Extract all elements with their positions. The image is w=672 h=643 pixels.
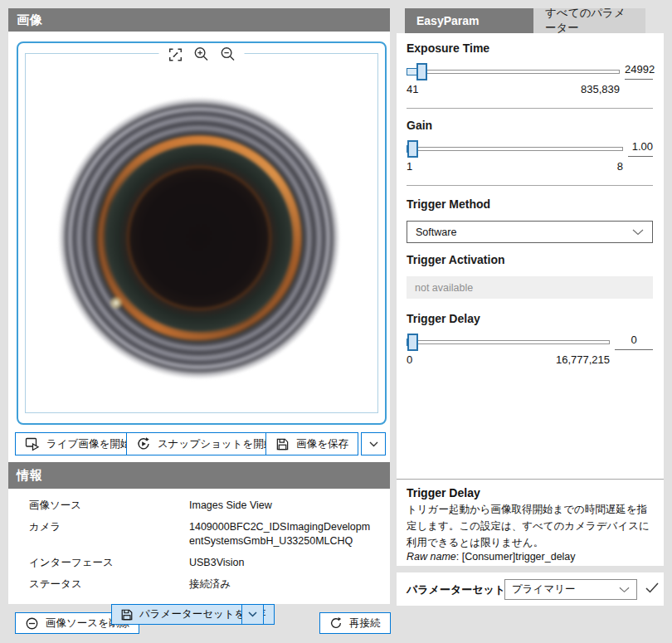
info-value: 1409000BFC2C_IDSImagingDevelopmentSystem… xyxy=(189,520,390,548)
parameter-set-row: パラメーターセット プライマリー xyxy=(397,572,664,606)
info-label: ステータス xyxy=(8,577,189,592)
chevron-down-icon xyxy=(369,441,378,447)
info-row-status: ステータス 接続済み xyxy=(8,577,390,592)
exposure-time-value-field[interactable]: 24992 xyxy=(625,63,653,80)
image-panel: 画像 xyxy=(8,8,390,596)
remove-circle-icon xyxy=(25,616,39,631)
tab-easyparam-label: EasyParam xyxy=(416,14,480,27)
zoom-in-icon[interactable] xyxy=(194,46,210,62)
trigger-activation-field: not available xyxy=(407,276,653,299)
info-value: Images Side View xyxy=(189,499,390,513)
trigger-delay-range: 0 16,777,215 xyxy=(407,353,610,366)
fit-to-view-icon[interactable] xyxy=(168,46,183,62)
slider-track[interactable] xyxy=(407,340,610,344)
parameter-tabs: EasyParam すべてのパラメーター xyxy=(397,8,664,33)
start-live-image-label: ライブ画像を開始 xyxy=(46,437,130,451)
description-raw-name: Raw name: [Consumer]trigger_delay xyxy=(407,551,654,563)
info-panel-title: 情報 xyxy=(17,468,43,484)
trigger-method-selected: Software xyxy=(416,227,456,238)
gain-range: 1 8 xyxy=(407,160,623,173)
start-snapshot-label: スナップショットを開始 xyxy=(158,437,274,451)
app-window: 画像 xyxy=(0,0,672,643)
trigger-delay-label: Trigger Delay xyxy=(407,312,653,325)
slider-track[interactable] xyxy=(407,70,620,74)
image-panel-header: 画像 xyxy=(8,8,390,32)
gain-label: Gain xyxy=(407,119,653,132)
raw-name-value: : [Consumer]trigger_delay xyxy=(456,551,576,563)
easyparam-body: Exposure Time 41 835,839 24992 G xyxy=(397,33,664,566)
save-image-button[interactable]: 画像を保存 xyxy=(265,432,358,455)
info-panel-header: 情報 xyxy=(8,462,390,489)
tab-easyparam[interactable]: EasyParam xyxy=(405,8,533,33)
description-text: トリガー起動から画像取得開始までの時間遅延を指定します。この設定は、すべてのカメ… xyxy=(407,502,654,551)
live-image-icon xyxy=(25,436,40,451)
chevron-down-icon xyxy=(619,587,630,593)
section-divider xyxy=(407,108,653,109)
reconnect-label: 再接続 xyxy=(349,616,381,631)
info-label: インターフェース xyxy=(8,556,189,570)
status-value: 接続済み xyxy=(189,577,390,592)
info-row-interface: インターフェース USB3Vision xyxy=(8,556,390,570)
start-snapshot-button[interactable]: スナップショットを開始 xyxy=(126,432,284,455)
image-panel-body: ライブ画像を開始 スナップショットを開始 xyxy=(8,32,390,462)
save-icon xyxy=(275,437,290,451)
trigger-delay-value-field[interactable]: 0 xyxy=(615,334,653,350)
slider-thumb[interactable] xyxy=(407,140,418,158)
chevron-down-icon xyxy=(632,229,644,236)
exposure-time-range: 41 835,839 xyxy=(407,83,620,95)
range-min: 1 xyxy=(407,160,412,173)
camera-image-bottle-top-view xyxy=(58,97,340,379)
apply-check-icon[interactable] xyxy=(645,582,659,593)
start-live-image-button[interactable]: ライブ画像を開始 xyxy=(15,432,140,455)
refresh-icon xyxy=(329,616,343,630)
zoom-out-icon[interactable] xyxy=(221,46,236,62)
range-max: 16,777,215 xyxy=(556,353,610,366)
info-row-image-source: 画像ソース Images Side View xyxy=(8,499,390,513)
trigger-activation-label: Trigger Activation xyxy=(407,253,653,266)
trigger-method-label: Trigger Method xyxy=(407,197,653,211)
save-image-label: 画像を保存 xyxy=(296,437,348,451)
image-viewer xyxy=(17,41,387,425)
tab-all-parameters-label: すべてのパラメーター xyxy=(545,6,634,36)
parameter-description: Trigger Delay トリガー起動から画像取得開始までの時間遅延を指定しま… xyxy=(397,479,664,566)
trigger-method-dropdown[interactable]: Software xyxy=(407,221,653,243)
parameter-set-selected: プライマリー xyxy=(512,582,575,597)
gain-slider[interactable] xyxy=(407,140,623,158)
save-parameter-set-dropdown-button[interactable] xyxy=(241,604,264,625)
range-min: 41 xyxy=(407,83,418,95)
viewer-toolbar xyxy=(159,46,245,62)
info-panel-body: 画像ソース Images Side View カメラ 1409000BFC2C_… xyxy=(8,489,390,604)
raw-name-label: Raw name xyxy=(407,551,456,563)
range-max: 835,839 xyxy=(581,83,620,95)
section-divider xyxy=(407,185,653,186)
save-image-dropdown-button[interactable] xyxy=(361,432,386,455)
save-icon xyxy=(120,608,134,621)
reconnect-button[interactable]: 再接続 xyxy=(319,612,391,634)
gain-slider-row: 1 8 1.00 xyxy=(407,140,653,173)
image-panel-title: 画像 xyxy=(17,12,43,28)
range-min: 0 xyxy=(407,353,412,366)
slider-thumb[interactable] xyxy=(407,334,418,351)
exposure-time-slider-row: 41 835,839 24992 xyxy=(407,63,653,95)
info-value: USB3Vision xyxy=(189,556,390,570)
snapshot-icon xyxy=(136,436,151,451)
info-label: 画像ソース xyxy=(8,499,189,513)
exposure-time-slider[interactable] xyxy=(407,63,620,80)
info-row-camera: カメラ 1409000BFC2C_IDSImagingDevelopmentSy… xyxy=(8,520,390,548)
parameter-set-dropdown[interactable]: プライマリー xyxy=(504,579,637,600)
range-max: 8 xyxy=(617,160,623,173)
slider-thumb[interactable] xyxy=(416,63,427,80)
exposure-time-label: Exposure Time xyxy=(407,41,653,55)
description-title: Trigger Delay xyxy=(407,486,654,499)
slider-track[interactable] xyxy=(407,147,623,151)
trigger-delay-slider-row: 0 16,777,215 0 xyxy=(407,334,653,366)
info-label: カメラ xyxy=(8,520,189,548)
parameters-panel: EasyParam すべてのパラメーター Exposure Time 41 xyxy=(397,8,664,643)
tab-all-parameters[interactable]: すべてのパラメーター xyxy=(533,8,645,33)
trigger-delay-slider[interactable] xyxy=(407,334,610,351)
chevron-down-icon xyxy=(248,611,257,617)
gain-value-field[interactable]: 1.00 xyxy=(628,140,653,157)
parameter-set-label: パラメーターセット xyxy=(407,582,505,597)
